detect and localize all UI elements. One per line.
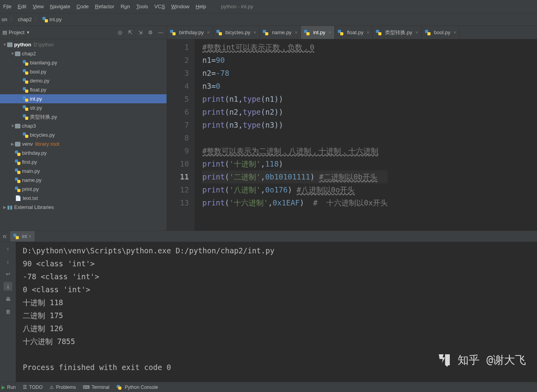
menu-tools[interactable]: Tools bbox=[133, 0, 151, 13]
menu-run[interactable]: Run bbox=[117, 0, 133, 13]
tree-row[interactable]: ▼chap2 bbox=[0, 49, 167, 58]
code-line[interactable]: print('十六进制',0x1EAF) # 十六进制以0x开头 bbox=[202, 196, 388, 209]
tree-row[interactable]: ▼chap3 bbox=[0, 121, 167, 130]
line-number: 12 bbox=[172, 183, 189, 196]
console-line: D:\python\venv\Scripts\python.exe D:/pyt… bbox=[23, 244, 537, 257]
code-line[interactable]: print(n3,type(n3)) bbox=[202, 119, 388, 132]
menu-file[interactable]: File bbox=[0, 0, 15, 13]
tab-label: birthday.py bbox=[179, 29, 204, 35]
code-editor[interactable]: 12345678910111213 #整数int可以表示正数，负数，0n1=90… bbox=[167, 39, 537, 231]
tree-row[interactable]: demo.py bbox=[0, 76, 167, 85]
code-line[interactable]: n3=0 bbox=[202, 80, 388, 93]
status-python-console[interactable]: Python Console bbox=[117, 385, 158, 390]
close-icon[interactable]: × bbox=[367, 30, 369, 35]
editor-tab[interactable]: float.py× bbox=[335, 26, 373, 39]
menu-vcs[interactable]: VCS bbox=[151, 0, 168, 13]
menu-edit[interactable]: Edit bbox=[15, 0, 29, 13]
menu-refactor[interactable]: Refactor bbox=[92, 0, 117, 13]
close-icon[interactable]: × bbox=[295, 30, 297, 35]
code-line[interactable]: print(n2,type(n2)) bbox=[202, 106, 388, 119]
project-header: ▤ Project ▼ ◎ ⇱ ⇲ ⚙ — bbox=[0, 26, 167, 39]
tree-row[interactable]: bianliang.py bbox=[0, 58, 167, 67]
gear-icon[interactable]: ⚙ bbox=[147, 29, 154, 36]
status-terminal[interactable]: ⌨Terminal bbox=[83, 385, 109, 390]
tree-row[interactable]: print.py bbox=[0, 185, 167, 194]
down-arrow-icon[interactable]: ↓ bbox=[4, 257, 12, 266]
code-line[interactable]: n2=-78 bbox=[202, 67, 388, 80]
code-line[interactable]: #整数int可以表示正数，负数，0 bbox=[202, 41, 388, 54]
menu-help[interactable]: Help bbox=[192, 0, 209, 13]
breadcrumb-item[interactable]: int.py bbox=[42, 16, 62, 22]
code-line[interactable]: print('十进制',118) bbox=[202, 158, 388, 170]
close-icon[interactable]: × bbox=[29, 234, 31, 239]
folder-icon bbox=[15, 142, 20, 147]
tree-row[interactable]: bicycles.py bbox=[0, 130, 167, 139]
tree-row[interactable]: ▼pythonD:\python bbox=[0, 40, 167, 49]
console-output[interactable]: D:\python\venv\Scripts\python.exe D:/pyt… bbox=[16, 242, 537, 382]
status-run[interactable]: ▶Run bbox=[2, 385, 16, 390]
menu-navigate[interactable]: Navigate bbox=[47, 0, 73, 13]
code-line[interactable]: print(n1,type(n1)) bbox=[202, 93, 388, 106]
print-icon[interactable]: 🖶 bbox=[4, 295, 12, 303]
project-tool-label[interactable]: ▤ Project ▼ bbox=[2, 29, 30, 35]
tree-row[interactable]: int.py bbox=[0, 94, 167, 103]
status-label: Python Console bbox=[125, 385, 158, 390]
tree-row[interactable]: birthday.py bbox=[0, 148, 167, 158]
tree-row[interactable]: first.py bbox=[0, 158, 167, 167]
editor-tab[interactable]: bicycles.py× bbox=[213, 26, 260, 39]
status-problems[interactable]: ⚠Problems bbox=[49, 385, 76, 390]
line-number: 6 bbox=[172, 106, 189, 119]
folder-icon bbox=[7, 42, 13, 47]
code-line[interactable]: print('八进制',0o176) #八进制以0o开头 bbox=[202, 183, 388, 196]
status-todo[interactable]: ☰TODO bbox=[23, 385, 42, 390]
tree-row[interactable]: ▶venvlibrary root bbox=[0, 139, 167, 148]
code-line[interactable]: #整数可以表示为二进制，八进制，十进制，十六进制 bbox=[202, 145, 388, 158]
chevron-icon: ▶ bbox=[2, 205, 7, 209]
menu-view[interactable]: View bbox=[29, 0, 47, 13]
tree-row[interactable]: ▶▮▮External Libraries bbox=[0, 203, 167, 212]
menu-window[interactable]: Window bbox=[168, 0, 192, 13]
tree-row[interactable]: 📄text.txt bbox=[0, 194, 167, 203]
breadcrumb-item[interactable]: chap2 bbox=[18, 16, 31, 22]
expand-all-icon[interactable]: ⇱ bbox=[126, 29, 134, 36]
scroll-end-icon[interactable]: ⤓ bbox=[4, 282, 12, 291]
trash-icon[interactable]: 🗑 bbox=[4, 307, 12, 316]
select-opened-icon[interactable]: ◎ bbox=[116, 29, 123, 36]
editor-tab[interactable]: birthday.py× bbox=[167, 26, 213, 39]
editor-tab[interactable]: name.py× bbox=[260, 26, 301, 39]
code-line[interactable]: print('二进制',0b10101111) #二进制以0b开头 bbox=[202, 170, 388, 183]
tree-row[interactable]: str.py bbox=[0, 103, 167, 112]
close-icon[interactable]: × bbox=[207, 30, 210, 35]
code-content[interactable]: #整数int可以表示正数，负数，0n1=90n2=-78n3=0print(n1… bbox=[194, 39, 388, 231]
project-tree[interactable]: ▼pythonD:\python▼chap2bianliang.pybool.p… bbox=[0, 39, 167, 231]
line-number: 13 bbox=[172, 196, 189, 209]
line-number: 3 bbox=[172, 67, 189, 80]
tree-row[interactable]: main.py bbox=[0, 167, 167, 176]
close-icon[interactable]: × bbox=[253, 30, 256, 35]
editor-tab[interactable]: bool.py× bbox=[422, 26, 460, 39]
tree-label: chap2 bbox=[22, 51, 36, 57]
editor-tab[interactable]: 类型转换.py× bbox=[373, 26, 422, 39]
breadcrumb-item[interactable]: on bbox=[2, 16, 7, 22]
tree-row[interactable]: name.py bbox=[0, 176, 167, 185]
tree-label: chap3 bbox=[22, 123, 36, 129]
tab-label: int.py bbox=[313, 29, 325, 35]
code-line[interactable] bbox=[202, 132, 388, 145]
code-line[interactable]: n1=90 bbox=[202, 54, 388, 67]
project-title: Project bbox=[9, 29, 24, 35]
menu-code[interactable]: Code bbox=[73, 0, 92, 13]
softwrap-icon[interactable]: ↩ bbox=[4, 269, 12, 278]
python-file-icon bbox=[15, 187, 20, 192]
line-number: 2 bbox=[172, 54, 189, 67]
up-arrow-icon[interactable]: ↑ bbox=[4, 244, 12, 253]
collapse-all-icon[interactable]: ⇲ bbox=[137, 29, 144, 36]
editor-tab[interactable]: int.py× bbox=[301, 26, 335, 39]
tree-row[interactable]: float.py bbox=[0, 85, 167, 94]
hide-icon[interactable]: — bbox=[157, 29, 164, 36]
tree-row[interactable]: bool.py bbox=[0, 67, 167, 76]
tree-row[interactable]: 类型转换.py bbox=[0, 112, 167, 121]
close-icon[interactable]: × bbox=[416, 30, 418, 35]
run-config-tab[interactable]: int × bbox=[10, 231, 35, 242]
close-icon[interactable]: × bbox=[453, 30, 456, 35]
close-icon[interactable]: × bbox=[328, 30, 331, 35]
